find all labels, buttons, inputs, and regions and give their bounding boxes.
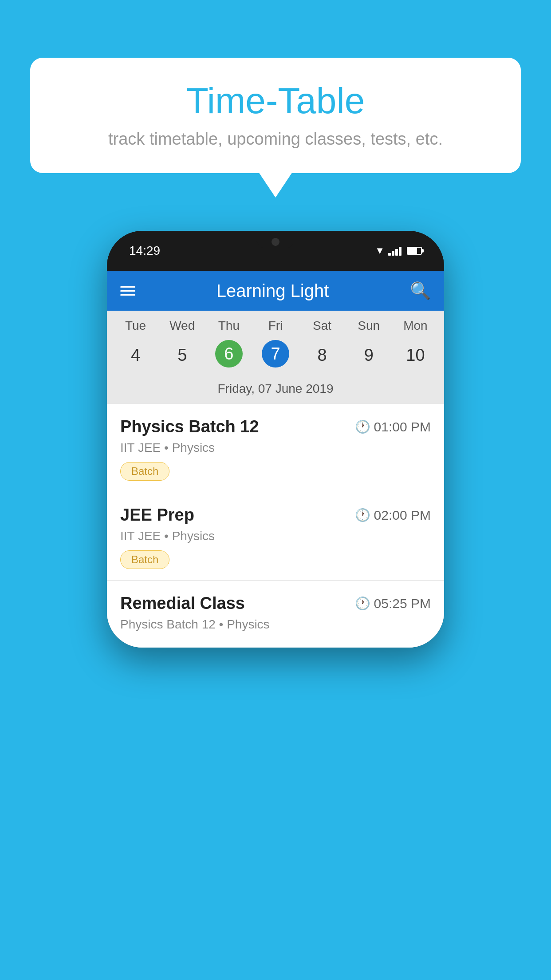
day-sat: Sat [299, 319, 346, 333]
date-4[interactable]: 4 [112, 340, 159, 370]
item-3-time: 🕐 05:25 PM [355, 596, 431, 611]
schedule-list: Physics Batch 12 🕐 01:00 PM IIT JEE • Ph… [107, 404, 444, 648]
days-header: Tue Wed Thu Fri Sat Sun Mon [107, 311, 444, 336]
battery-icon [407, 247, 422, 255]
speech-bubble-container: Time-Table track timetable, upcoming cla… [30, 58, 521, 173]
date-10[interactable]: 10 [392, 340, 439, 370]
date-7-selected[interactable]: 7 [262, 340, 289, 368]
status-time: 14:29 [129, 244, 160, 258]
day-sun: Sun [346, 319, 392, 333]
days-numbers: 4 5 6 7 8 9 10 [107, 336, 444, 378]
clock-icon-1: 🕐 [355, 419, 370, 434]
schedule-item-2[interactable]: JEE Prep 🕐 02:00 PM IIT JEE • Physics Ba… [107, 492, 444, 581]
search-icon[interactable]: 🔍 [410, 281, 431, 300]
bubble-subtitle: track timetable, upcoming classes, tests… [57, 130, 494, 149]
clock-icon-2: 🕐 [355, 508, 370, 522]
item-2-subtitle: IIT JEE • Physics [120, 529, 431, 543]
item-3-title: Remedial Class [120, 594, 245, 613]
date-5[interactable]: 5 [159, 340, 205, 370]
wifi-icon: ▼ [375, 245, 385, 257]
day-fri: Fri [252, 319, 299, 333]
date-6-today[interactable]: 6 [215, 340, 243, 368]
phone-notch [256, 231, 295, 249]
camera-dot [272, 238, 279, 246]
date-9[interactable]: 9 [346, 340, 392, 370]
item-2-title: JEE Prep [120, 506, 194, 525]
day-tue: Tue [112, 319, 159, 333]
schedule-item-1[interactable]: Physics Batch 12 🕐 01:00 PM IIT JEE • Ph… [107, 404, 444, 492]
date-8[interactable]: 8 [299, 340, 346, 370]
item-1-badge: Batch [120, 462, 169, 481]
status-bar: 14:29 ▼ [107, 231, 444, 271]
item-1-title: Physics Batch 12 [120, 417, 259, 436]
item-2-time: 🕐 02:00 PM [355, 508, 431, 523]
item-1-header: Physics Batch 12 🕐 01:00 PM [120, 417, 431, 436]
signal-icon [388, 246, 401, 256]
app-header: Learning Light 🔍 [107, 271, 444, 311]
app-title: Learning Light [216, 281, 329, 301]
selected-date-label: Friday, 07 June 2019 [107, 378, 444, 404]
item-3-subtitle: Physics Batch 12 • Physics [120, 617, 431, 632]
day-thu: Thu [205, 319, 252, 333]
item-2-header: JEE Prep 🕐 02:00 PM [120, 506, 431, 525]
item-3-header: Remedial Class 🕐 05:25 PM [120, 594, 431, 613]
schedule-item-3[interactable]: Remedial Class 🕐 05:25 PM Physics Batch … [107, 581, 444, 648]
item-1-subtitle: IIT JEE • Physics [120, 441, 431, 455]
phone-frame: 14:29 ▼ Learning Light 🔍 [107, 231, 444, 648]
bubble-title: Time-Table [57, 80, 494, 122]
day-mon: Mon [392, 319, 439, 333]
speech-bubble: Time-Table track timetable, upcoming cla… [30, 58, 521, 173]
item-1-time: 🕐 01:00 PM [355, 419, 431, 435]
calendar-strip: Tue Wed Thu Fri Sat Sun Mon 4 5 6 7 8 9 … [107, 311, 444, 404]
menu-button[interactable] [120, 286, 135, 296]
status-icons: ▼ [375, 245, 422, 257]
day-wed: Wed [159, 319, 205, 333]
item-2-badge: Batch [120, 550, 169, 569]
clock-icon-3: 🕐 [355, 596, 370, 611]
